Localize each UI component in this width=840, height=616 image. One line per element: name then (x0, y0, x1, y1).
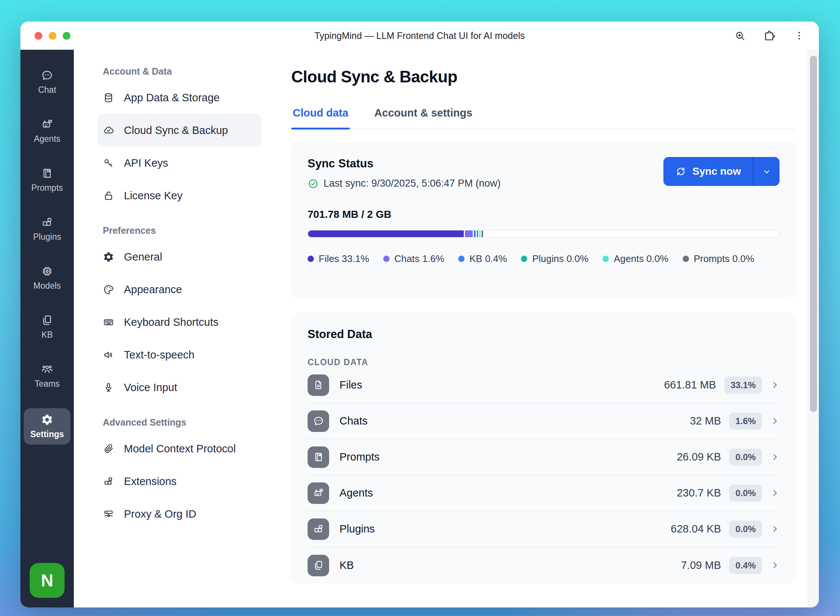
usage-bar-segment (479, 230, 481, 237)
sidebar-item-agents[interactable]: Agents (24, 114, 70, 148)
sync-now-split-button: Sync now (663, 157, 780, 186)
nav-item-label: Cloud Sync & Backup (124, 124, 228, 136)
usage-bar (308, 230, 780, 238)
nav-item-appearance[interactable]: Appearance (98, 273, 262, 306)
row-size: 32 MB (690, 415, 721, 427)
nav-item-voice-input[interactable]: Voice Input (98, 371, 262, 404)
nav-item-label: App Data & Storage (124, 92, 220, 104)
paperclip-icon (103, 443, 114, 455)
avatar[interactable]: N (30, 563, 65, 598)
extensions-puzzle-icon[interactable] (764, 30, 776, 42)
sidebar-item-label: Chat (38, 85, 56, 95)
nav-item-keyboard-shortcuts[interactable]: Keyboard Shortcuts (98, 306, 262, 339)
robot-icon (308, 483, 329, 504)
sidebar-item-models[interactable]: Models (24, 261, 70, 295)
overflow-menu-icon[interactable] (794, 30, 805, 41)
stored-row-plugins[interactable]: Plugins 628.04 KB 0.0% (308, 511, 780, 547)
sync-options-dropdown-button[interactable] (753, 157, 780, 186)
stored-row-prompts[interactable]: Prompts 26.09 KB 0.0% (308, 439, 780, 475)
sidebar-item-plugins[interactable]: Plugins (24, 212, 70, 246)
row-percent-badge: 1.6% (729, 413, 762, 430)
row-label: Prompts (340, 451, 380, 463)
nav-section-title: Account & Data (103, 66, 262, 77)
usage-bar-segment (308, 230, 464, 237)
database-icon (103, 92, 114, 104)
refresh-icon (675, 166, 686, 177)
tabs: Cloud data Account & settings (291, 107, 796, 129)
gear-icon (103, 251, 114, 263)
row-label: Plugins (340, 523, 375, 535)
titlebar-actions (734, 30, 805, 42)
legend-label: Plugins 0.0% (532, 253, 588, 265)
nav-item-text-to-speech[interactable]: Text-to-speech (98, 339, 262, 371)
nav-item-general[interactable]: General (98, 241, 262, 273)
window-title: TypingMind — LLM Frontend Chat UI for AI… (315, 31, 525, 41)
legend-label: KB 0.4% (469, 253, 507, 265)
nav-item-license-key[interactable]: License Key (98, 179, 262, 212)
legend-item-prompts: Prompts 0.0% (683, 253, 754, 265)
chat-icon (41, 69, 53, 82)
tab-account-settings[interactable]: Account & settings (373, 107, 474, 129)
scrollbar-track[interactable] (808, 50, 819, 607)
stored-row-files[interactable]: Files 661.81 MB 33.1% (308, 367, 780, 403)
sidebar-item-label: Models (34, 281, 61, 291)
scrollbar-thumb[interactable] (810, 56, 817, 412)
close-window-button[interactable] (35, 32, 42, 40)
row-label: KB (340, 559, 354, 572)
row-percent-badge: 0.0% (729, 521, 762, 538)
sync-now-label: Sync now (692, 166, 741, 177)
zoom-in-icon[interactable] (734, 30, 746, 41)
nav-item-label: Proxy & Org ID (124, 508, 196, 520)
row-label: Agents (340, 487, 373, 499)
legend-item-kb: KB 0.4% (458, 253, 507, 265)
nav-item-label: License Key (124, 190, 183, 202)
key-icon (103, 157, 114, 169)
sidebar-item-prompts[interactable]: Prompts (24, 163, 70, 197)
legend-label: Chats 1.6% (394, 253, 444, 265)
legend-dot (458, 256, 465, 262)
plugins-icon (308, 518, 329, 540)
nav-item-api-keys[interactable]: API Keys (98, 147, 262, 179)
row-percent-badge: 33.1% (724, 377, 762, 394)
sync-status-title: Sync Status (308, 157, 500, 170)
nav-item-proxy-org-id[interactable]: Proxy & Org ID (98, 498, 262, 530)
minimize-window-button[interactable] (48, 32, 56, 40)
chevron-right-icon (770, 380, 780, 390)
sync-status-card: Sync Status Last sync: 9/30/2025, 5:06:4… (291, 142, 796, 297)
last-sync-status: Last sync: 9/30/2025, 5:06:47 PM (now) (308, 178, 500, 189)
tab-cloud-data[interactable]: Cloud data (291, 107, 350, 129)
legend-dot (521, 256, 527, 262)
stored-row-agents[interactable]: Agents 230.7 KB 0.0% (308, 475, 780, 511)
row-percent-badge: 0.4% (729, 557, 762, 574)
sidebar-item-teams[interactable]: Teams (24, 359, 70, 393)
sidebar-item-settings[interactable]: Settings (24, 408, 70, 444)
chevron-right-icon (770, 417, 780, 425)
stored-row-chats[interactable]: Chats 32 MB 1.6% (308, 403, 780, 439)
usage-bar-segment (465, 230, 472, 237)
nav-item-model-context-protocol[interactable]: Model Context Protocol (98, 432, 262, 465)
legend-label: Agents 0.0% (614, 253, 668, 265)
nav-item-label: Appearance (124, 283, 182, 296)
sync-now-button[interactable]: Sync now (663, 157, 753, 186)
nav-section-title: Preferences (103, 225, 262, 236)
legend-dot (383, 256, 390, 262)
nav-item-app-data-storage[interactable]: App Data & Storage (98, 81, 262, 114)
nav-item-label: API Keys (124, 157, 168, 169)
row-size: 661.81 MB (664, 379, 716, 391)
storage-usage-label: 701.78 MB / 2 GB (308, 208, 780, 220)
sidebar-item-chat[interactable]: Chat (24, 65, 70, 99)
stored-row-kb[interactable]: KB 7.09 MB 0.4% (308, 547, 780, 583)
fullscreen-window-button[interactable] (63, 32, 70, 40)
last-sync-text: Last sync: 9/30/2025, 5:06:47 PM (now) (324, 178, 500, 189)
nav-item-extensions[interactable]: Extensions (98, 465, 262, 498)
sidebar-item-label: Settings (31, 429, 64, 439)
copies-icon (308, 555, 329, 576)
sidebar-item-label: Prompts (31, 183, 63, 193)
sidebar-item-kb[interactable]: KB (24, 310, 70, 344)
stored-data-card: Stored Data CLOUD DATA Files 661.81 MB 3… (291, 313, 796, 583)
nav-item-label: Voice Input (124, 381, 177, 394)
nav-item-cloud-sync-backup[interactable]: Cloud Sync & Backup (98, 114, 262, 147)
nav-item-label: Text-to-speech (124, 349, 194, 361)
legend-item-files: Files 33.1% (308, 253, 369, 265)
settings-nav: Account & Data App Data & Storage Cloud … (74, 50, 274, 607)
